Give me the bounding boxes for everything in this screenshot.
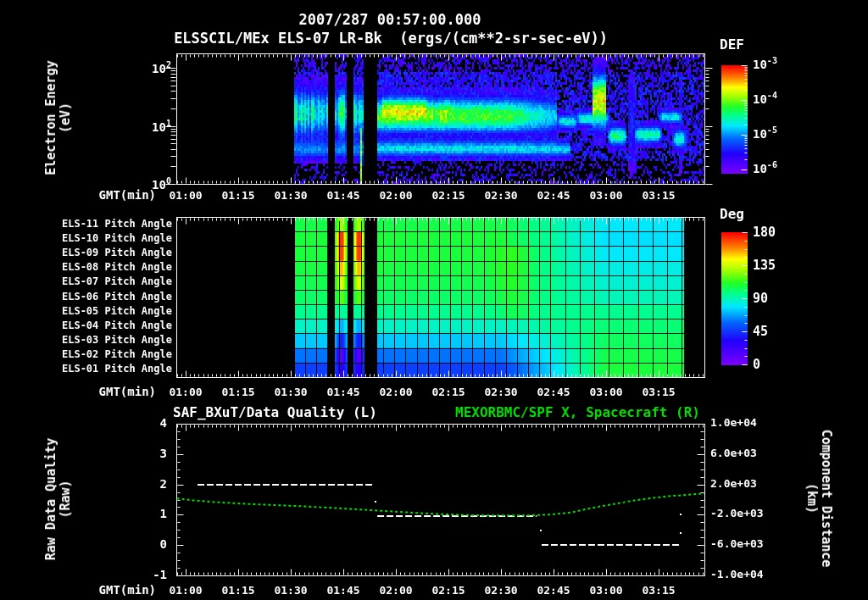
distance-tick-label: 6.0e+03 [710, 447, 757, 459]
x-tick-label: 02:30 [484, 386, 517, 398]
def-colorbar-title: DEF [720, 37, 744, 53]
x-tick-label: 02:00 [379, 190, 412, 202]
science-plot-screen: 2007/287 00:57:00.000 ELSSCIL/MEx ELS-07… [0, 0, 868, 600]
x-tick-label: 03:15 [642, 386, 675, 398]
x-tick-label: 02:30 [484, 190, 517, 202]
pitch-row-label: ELS-11 Pitch Angle [53, 219, 172, 230]
distance-tick-label: 1.0e+04 [710, 417, 757, 429]
pitch-row-label: ELS-01 Pitch Angle [53, 364, 172, 375]
pitch-row-label: ELS-06 Pitch Angle [53, 292, 172, 303]
pitch-row-label: ELS-08 Pitch Angle [53, 262, 172, 273]
x-tick-label: 01:45 [326, 190, 359, 202]
x-tick-label: 03:15 [642, 190, 675, 202]
pitch-row-label: ELS-10 Pitch Angle [53, 233, 172, 244]
gmt-axis-label-middle: GMT(min) [88, 386, 156, 398]
deg-tick-label: 45 [753, 325, 768, 339]
distance-axis-label: Component Distance(km) [804, 430, 833, 568]
deg-tick-label: 0 [753, 358, 760, 372]
distance-tick-label: -6.0e+03 [710, 538, 764, 550]
energy-axis-label: Electron Energy(eV) [44, 60, 73, 175]
quality-tick-label: -1 [131, 569, 167, 581]
x-tick-label: 02:30 [484, 585, 517, 597]
pitch-row-label: ELS-04 Pitch Angle [53, 320, 172, 331]
x-tick-label: 02:15 [431, 190, 465, 202]
quality-axis-label: Raw Data Quality(Raw) [44, 438, 73, 561]
x-tick-label: 01:15 [221, 190, 254, 202]
x-tick-label: 01:00 [169, 190, 202, 202]
distance-tick-label: 2.0e+03 [710, 478, 757, 490]
x-tick-label: 02:15 [431, 585, 465, 597]
quality-tick-label: 0 [131, 538, 167, 551]
energy-tick-label: 101 [127, 119, 171, 134]
x-tick-label: 01:30 [274, 585, 307, 597]
pitch-row-label: ELS-05 Pitch Angle [53, 306, 172, 317]
x-tick-label: 03:15 [642, 585, 675, 597]
def-tick-label: 10-4 [753, 91, 777, 106]
def-tick-label: 10-6 [753, 160, 777, 175]
pitch-row-label: ELS-07 Pitch Angle [53, 276, 172, 287]
deg-tick-label: 180 [753, 225, 776, 240]
x-tick-label: 03:00 [589, 585, 622, 597]
distance-axis-label-line1: Component Distance [819, 430, 834, 568]
energy-axis-label-line2: (eV) [58, 103, 73, 133]
deg-tick-label: 135 [753, 258, 776, 273]
energy-tick-label: 102 [127, 60, 171, 75]
x-tick-label: 01:00 [169, 585, 202, 597]
quality-axis-label-line2: (Raw) [58, 480, 73, 518]
quality-tick-label: 2 [131, 478, 167, 491]
x-tick-label: 01:45 [326, 585, 359, 597]
quality-tick-label: 1 [131, 508, 167, 520]
x-tick-label: 01:45 [326, 386, 359, 398]
x-tick-label: 03:00 [589, 190, 622, 202]
x-tick-label: 01:30 [274, 190, 307, 202]
def-tick-label: 10-3 [753, 56, 777, 71]
deg-tick-label: 90 [753, 292, 768, 306]
def-tick-label: 10-5 [753, 125, 777, 141]
energy-axis-label-line1: Electron Energy [43, 60, 58, 175]
x-tick-label: 01:15 [221, 386, 254, 398]
x-tick-label: 02:00 [379, 585, 412, 597]
deg-colorbar-title: Deg [720, 207, 744, 222]
x-tick-label: 02:00 [379, 386, 412, 398]
x-tick-label: 02:45 [537, 585, 570, 597]
x-tick-label: 03:00 [589, 386, 622, 398]
bottom-right-series-title: MEXORBMC/SPF X, Spacecraft (R) [455, 405, 700, 420]
x-tick-label: 01:00 [169, 386, 202, 398]
x-tick-label: 02:15 [431, 386, 465, 398]
gmt-axis-label-bottom: GMT(min) [88, 584, 156, 597]
bottom-left-series-title: SAF_BXuT/Data Quality (L) [173, 405, 377, 420]
distance-tick-label: -2.0e+03 [710, 508, 764, 519]
pitch-row-label: ELS-03 Pitch Angle [53, 335, 172, 346]
pitch-row-label: ELS-02 Pitch Angle [53, 349, 172, 360]
x-tick-label: 02:45 [537, 386, 570, 398]
x-tick-label: 02:45 [537, 190, 570, 202]
page-title-instrument: ELSSCIL/MEx ELS-07 LR-Bk (ergs/(cm**2-sr… [174, 31, 608, 47]
quality-axis-label-line1: Raw Data Quality [43, 438, 58, 561]
x-tick-label: 01:15 [221, 585, 254, 597]
quality-tick-label: 4 [131, 417, 167, 430]
energy-tick-label: 100 [127, 176, 171, 192]
quality-tick-label: 3 [131, 447, 167, 460]
distance-axis-label-line2: (km) [804, 483, 820, 514]
distance-tick-label: -1.0e+04 [710, 569, 764, 581]
page-title-date: 2007/287 00:57:00.000 [299, 12, 481, 28]
pitch-row-label: ELS-09 Pitch Angle [53, 247, 172, 258]
x-tick-label: 01:30 [274, 386, 307, 398]
